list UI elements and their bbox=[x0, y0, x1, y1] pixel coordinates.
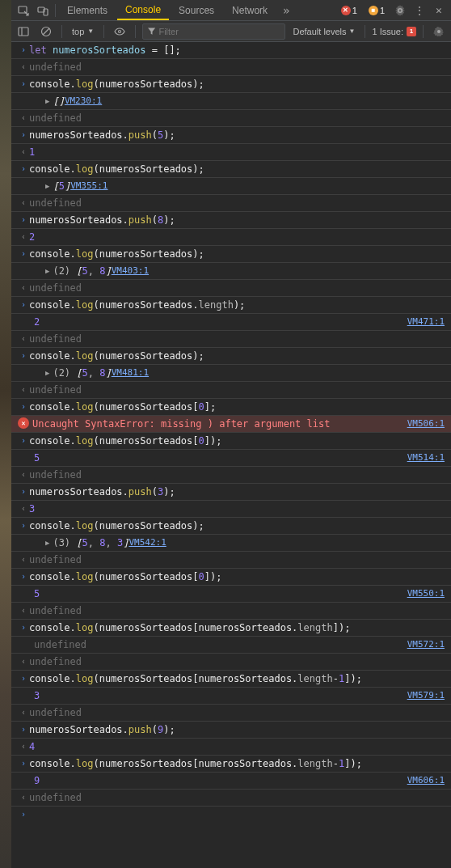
close-devtools-icon[interactable]: ✕ bbox=[430, 2, 448, 19]
console-row[interactable]: undefined bbox=[11, 280, 451, 297]
sidebar-toggle-icon[interactable] bbox=[15, 23, 32, 40]
console-row[interactable]: undefined bbox=[11, 790, 451, 807]
source-link[interactable]: VM481:1 bbox=[112, 366, 152, 379]
expand-triangle-icon[interactable]: ▶ bbox=[45, 95, 49, 108]
console-row[interactable]: numerosSorteados.push(5); bbox=[11, 127, 451, 144]
console-row[interactable]: 5VM514:1 bbox=[11, 450, 451, 467]
console-row[interactable]: undefined bbox=[11, 467, 451, 484]
console-row[interactable]: let numerosSorteados = []; bbox=[11, 42, 451, 59]
console-row[interactable]: 1 bbox=[11, 144, 451, 161]
issues-badge[interactable]: 1 Issue: 1 bbox=[372, 27, 416, 36]
console-row[interactable]: console.log(numerosSorteados[0]); bbox=[11, 433, 451, 450]
input-arrow-icon bbox=[18, 163, 29, 176]
console-row[interactable]: undefinedVM572:1 bbox=[11, 637, 451, 654]
source-link[interactable]: VM550:1 bbox=[407, 587, 448, 600]
console-row[interactable]: 5VM550:1 bbox=[11, 586, 451, 603]
source-link[interactable]: VM579:1 bbox=[407, 689, 448, 702]
console-row[interactable]: console.log(numerosSorteados); bbox=[11, 518, 451, 535]
settings-icon[interactable] bbox=[430, 23, 448, 40]
console-row[interactable]: console.log(numerosSorteados); bbox=[11, 348, 451, 365]
tab-elements[interactable]: Elements bbox=[59, 2, 116, 19]
error-count-badge[interactable]: ✕1 bbox=[336, 6, 362, 15]
warning-count-badge[interactable]: ■1 bbox=[364, 6, 390, 15]
log-value: 2 bbox=[29, 315, 407, 328]
console-row[interactable]: 9VM606:1 bbox=[11, 773, 451, 790]
log-code: 2 bbox=[29, 231, 448, 243]
console-row[interactable]: console.log(numerosSorteados[0]; bbox=[11, 399, 451, 416]
console-row[interactable]: 3VM579:1 bbox=[11, 688, 451, 705]
svg-line-6 bbox=[43, 28, 49, 35]
console-row[interactable]: ▶(2) [5, 8]VM481:1 bbox=[11, 365, 451, 382]
console-row[interactable]: console.log(numerosSorteados); bbox=[11, 76, 451, 93]
log-levels-selector[interactable]: Default levels ▼ bbox=[290, 27, 359, 36]
clear-console-icon[interactable] bbox=[37, 23, 55, 40]
more-tabs-icon[interactable]: » bbox=[277, 2, 295, 19]
console-row[interactable]: 2 bbox=[11, 229, 451, 246]
console-row[interactable]: numerosSorteados.push(8); bbox=[11, 212, 451, 229]
separator bbox=[423, 25, 424, 38]
separator bbox=[103, 25, 104, 38]
console-row[interactable]: console.log(numerosSorteados); bbox=[11, 246, 451, 263]
filter-input-wrapper[interactable] bbox=[142, 23, 285, 40]
console-row[interactable]: numerosSorteados.push(3); bbox=[11, 484, 451, 501]
source-link[interactable]: VM506:1 bbox=[407, 417, 448, 430]
console-log[interactable]: let numerosSorteados = [];undefinedconso… bbox=[11, 42, 451, 868]
context-selector[interactable]: top ▼ bbox=[69, 27, 97, 36]
console-row[interactable]: 4 bbox=[11, 739, 451, 756]
output-arrow-icon bbox=[18, 332, 29, 345]
kebab-menu-icon[interactable]: ⋮ bbox=[411, 2, 428, 19]
console-row[interactable]: undefined bbox=[11, 552, 451, 569]
tab-network[interactable]: Network bbox=[224, 2, 276, 19]
console-row[interactable]: undefined bbox=[11, 110, 451, 127]
console-row[interactable]: ▶(3) [5, 8, 3]VM542:1 bbox=[11, 535, 451, 552]
log-code: console.log(numerosSorteados); bbox=[29, 349, 448, 362]
inspect-icon[interactable] bbox=[15, 2, 32, 19]
console-row[interactable]: console.log(numerosSorteados[0]); bbox=[11, 569, 451, 586]
expand-triangle-icon[interactable]: ▶ bbox=[45, 265, 49, 277]
console-row[interactable]: 3 bbox=[11, 501, 451, 518]
filter-input[interactable] bbox=[158, 27, 279, 36]
console-row[interactable]: undefined bbox=[11, 654, 451, 671]
source-link[interactable]: VM542:1 bbox=[129, 536, 169, 549]
output-arrow-icon bbox=[18, 146, 29, 159]
console-row[interactable]: ▶(2) [5, 8]VM403:1 bbox=[11, 263, 451, 280]
log-code: undefined bbox=[29, 604, 448, 617]
expand-triangle-icon[interactable]: ▶ bbox=[45, 366, 49, 379]
console-row[interactable]: console.log(numerosSorteados[numerosSort… bbox=[11, 756, 451, 773]
console-row[interactable]: undefined bbox=[11, 331, 451, 348]
console-row[interactable]: numerosSorteados.push(9); bbox=[11, 722, 451, 739]
console-row[interactable]: 2VM471:1 bbox=[11, 314, 451, 331]
log-code: console.log(numerosSorteados[0]); bbox=[29, 570, 448, 583]
console-row[interactable]: console.log(numerosSorteados[numerosSort… bbox=[11, 671, 451, 688]
output-arrow-icon bbox=[18, 655, 29, 668]
console-row[interactable]: console.log(numerosSorteados); bbox=[11, 161, 451, 178]
console-row[interactable]: ▶[]VM230:1 bbox=[11, 93, 451, 110]
console-row[interactable]: ✕Uncaught SyntaxError: missing ) after a… bbox=[11, 416, 451, 433]
input-arrow-icon bbox=[18, 570, 29, 583]
source-link[interactable]: VM514:1 bbox=[407, 451, 448, 464]
console-row[interactable]: console.log(numerosSorteados[numerosSort… bbox=[11, 620, 451, 637]
console-row[interactable]: undefined bbox=[11, 603, 451, 620]
tab-console[interactable]: Console bbox=[117, 1, 169, 20]
log-code: console.log(numerosSorteados[numerosSort… bbox=[29, 672, 448, 685]
source-link[interactable]: VM230:1 bbox=[65, 95, 105, 108]
source-link[interactable]: VM403:1 bbox=[112, 265, 152, 277]
console-row[interactable]: ▶[5]VM355:1 bbox=[11, 178, 451, 195]
console-row[interactable]: console.log(numerosSorteados.length); bbox=[11, 297, 451, 314]
expand-triangle-icon[interactable]: ▶ bbox=[45, 180, 49, 193]
source-link[interactable]: VM471:1 bbox=[407, 315, 448, 328]
console-row[interactable]: undefined bbox=[11, 705, 451, 722]
console-row[interactable]: undefined bbox=[11, 382, 451, 399]
console-row[interactable] bbox=[11, 807, 451, 823]
eye-icon[interactable] bbox=[111, 23, 129, 40]
source-link[interactable]: VM572:1 bbox=[407, 638, 448, 651]
source-link[interactable]: VM355:1 bbox=[70, 180, 111, 193]
output-arrow-icon bbox=[18, 553, 29, 566]
console-row[interactable]: undefined bbox=[11, 59, 451, 76]
source-link[interactable]: VM606:1 bbox=[407, 774, 448, 787]
settings-icon[interactable] bbox=[391, 2, 409, 19]
console-row[interactable]: undefined bbox=[11, 195, 451, 212]
expand-triangle-icon[interactable]: ▶ bbox=[45, 536, 49, 549]
tab-sources[interactable]: Sources bbox=[171, 2, 222, 19]
device-icon[interactable] bbox=[34, 2, 52, 19]
